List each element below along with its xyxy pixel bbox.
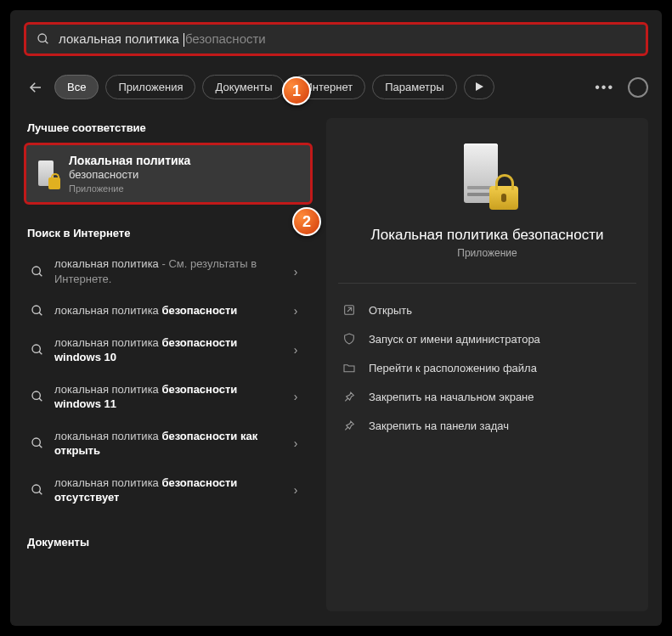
filter-all[interactable]: Все <box>54 75 99 99</box>
web-result[interactable]: локальная политика безопасности windows … <box>24 327 313 374</box>
web-result[interactable]: локальная политика безопасности как откр… <box>24 420 313 467</box>
annotation-1: 1 <box>282 76 311 105</box>
filter-apps[interactable]: Приложения <box>105 75 195 99</box>
action-pin-taskbar[interactable]: Закрепить на панели задач <box>338 411 636 440</box>
annotation-2: 2 <box>292 207 321 236</box>
open-icon <box>342 302 357 318</box>
filter-row: Все Приложения Документы Интернет Параме… <box>24 75 648 99</box>
filter-more[interactable] <box>464 75 494 99</box>
security-policy-icon-large <box>457 144 518 211</box>
svg-line-5 <box>39 273 42 276</box>
search-icon <box>27 304 48 318</box>
security-policy-icon <box>37 160 59 188</box>
chevron-right-icon: › <box>285 436 306 450</box>
svg-line-7 <box>39 312 42 315</box>
chevron-right-icon: › <box>285 343 306 357</box>
web-result-text: локальная политика безопасности как откр… <box>54 429 285 459</box>
profile-button[interactable] <box>628 77 648 98</box>
action-open[interactable]: Открыть <box>338 295 636 324</box>
detail-panel: Локальная политика безопасности Приложен… <box>326 118 648 611</box>
svg-line-17 <box>347 307 352 312</box>
search-icon <box>27 483 48 497</box>
section-documents: Документы <box>27 536 313 549</box>
best-match-title: Локальная политика <box>69 154 190 167</box>
search-icon <box>27 265 48 279</box>
pin-icon <box>342 389 357 404</box>
back-button[interactable] <box>24 76 48 99</box>
svg-point-0 <box>38 34 46 42</box>
action-admin-label: Запуск от имени администратора <box>369 333 540 346</box>
svg-point-12 <box>32 438 40 446</box>
best-match-subtitle: безопасности <box>69 168 190 181</box>
best-match-result[interactable]: Локальная политика безопасности Приложен… <box>24 143 313 205</box>
section-best-match: Лучшее соответствие <box>27 121 313 134</box>
play-icon <box>475 82 483 91</box>
more-options[interactable]: ••• <box>588 76 621 98</box>
action-run-admin[interactable]: Запуск от имени администратора <box>338 324 636 353</box>
web-result[interactable]: локальная политика безопасности отсутств… <box>24 467 313 514</box>
chevron-right-icon: › <box>285 304 306 318</box>
search-icon <box>27 343 48 357</box>
svg-point-14 <box>32 485 40 492</box>
search-text: локальная политика безопасности <box>59 31 266 47</box>
web-result-text: локальная политика безопасности windows … <box>54 335 285 365</box>
web-result-text: локальная политика безопасности <box>54 303 285 318</box>
web-result-text: локальная политика безопасности windows … <box>54 382 285 412</box>
action-location-label: Перейти к расположению файла <box>369 362 537 374</box>
web-result-text: локальная политика - См. результаты в Ин… <box>54 256 285 286</box>
folder-icon <box>342 360 357 375</box>
action-pin-start[interactable]: Закрепить на начальном экране <box>338 382 636 411</box>
detail-title: Локальная политика безопасности <box>338 227 636 244</box>
results-column: Лучшее соответствие Локальная политика б… <box>24 118 313 611</box>
svg-line-1 <box>45 41 48 43</box>
chevron-right-icon: › <box>285 390 306 403</box>
main-content: Лучшее соответствие Локальная политика б… <box>24 118 648 611</box>
svg-line-15 <box>39 492 42 494</box>
best-match-type: Приложение <box>69 183 190 194</box>
pin-icon <box>342 418 357 433</box>
section-web: Поиск в Интернете <box>27 227 313 239</box>
action-open-label: Открыть <box>369 304 412 317</box>
svg-marker-3 <box>476 82 483 91</box>
svg-line-9 <box>39 352 42 354</box>
web-result[interactable]: локальная политика безопасности windows … <box>24 374 313 420</box>
action-file-location[interactable]: Перейти к расположению файла <box>338 353 636 382</box>
action-pin-taskbar-label: Закрепить на панели задач <box>369 419 509 432</box>
web-result[interactable]: локальная политика безопасности› <box>24 295 313 327</box>
svg-point-10 <box>32 391 40 399</box>
chevron-right-icon: › <box>285 265 306 279</box>
shield-icon <box>342 331 357 346</box>
search-window: локальная политика безопасности 1 2 Все … <box>10 10 662 626</box>
search-input[interactable]: локальная политика безопасности <box>24 22 648 56</box>
divider <box>338 283 636 284</box>
svg-line-13 <box>39 445 42 447</box>
detail-type: Приложение <box>338 247 636 259</box>
svg-point-4 <box>32 267 40 274</box>
search-icon <box>37 32 50 46</box>
action-pin-start-label: Закрепить на начальном экране <box>369 391 534 403</box>
search-icon <box>27 436 48 450</box>
svg-line-11 <box>39 398 42 401</box>
filter-docs[interactable]: Документы <box>202 75 285 99</box>
search-icon <box>27 390 48 403</box>
arrow-left-icon <box>28 80 43 95</box>
web-result-text: локальная политика безопасности отсутств… <box>54 476 285 505</box>
svg-point-8 <box>32 345 40 352</box>
svg-point-6 <box>32 306 40 313</box>
filter-settings[interactable]: Параметры <box>372 75 456 99</box>
chevron-right-icon: › <box>285 483 306 497</box>
web-result[interactable]: локальная политика - См. результаты в Ин… <box>24 248 313 295</box>
